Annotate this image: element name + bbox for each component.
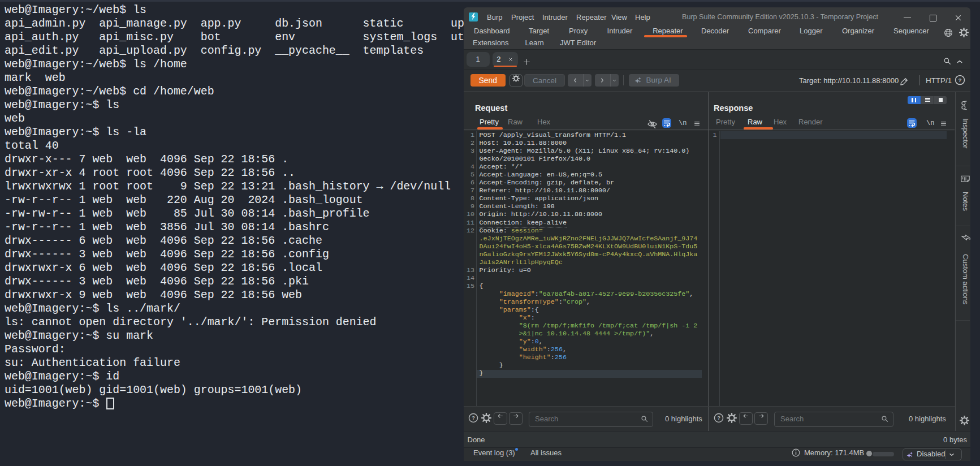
svg-text:?: ? — [958, 77, 961, 83]
svg-text:?: ? — [472, 415, 475, 421]
svg-text:?: ? — [717, 415, 720, 421]
